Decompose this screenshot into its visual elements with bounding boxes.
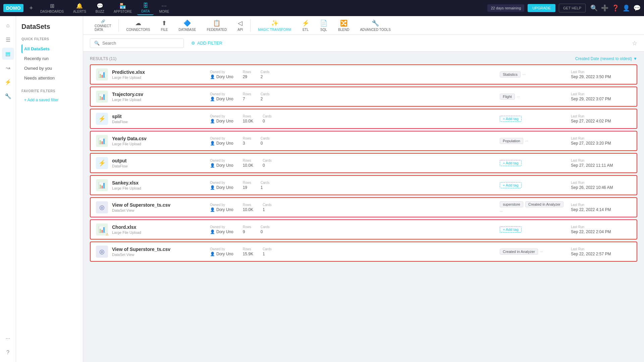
filter-needs-attention[interactable]: Needs attention	[21, 73, 77, 83]
last-run: Last Run Sep 22, 2022 2:57 PM	[571, 247, 631, 256]
toolbar-etl[interactable]: ⚡ ETL	[297, 17, 314, 34]
tag-flight[interactable]: Flight	[500, 94, 515, 100]
results-area: RESULTS (11) Created Date (newest to old…	[83, 52, 644, 362]
tags-area: Statistics ···	[500, 71, 567, 77]
owner-value: 👤Dory Uno	[210, 229, 233, 234]
advanced-tools-label: ADVANCED TOOLS	[360, 28, 390, 32]
add-filter-button[interactable]: ⚙ ADD FILTER	[188, 39, 226, 48]
add-filter-label: ADD FILTER	[197, 41, 222, 46]
warning-icon: ⚠	[106, 232, 109, 236]
add-saved-filter-button[interactable]: + Add a saved filter	[21, 96, 77, 104]
toolbar-federated[interactable]: 📋 FEDERATED	[202, 17, 231, 34]
tags-area: superstore Created in Analyzer ···	[500, 201, 567, 213]
favorite-star-icon[interactable]: ☆	[632, 40, 637, 47]
dataset-meta: Owned by 👤Dory Uno Rows 29 Cards 2	[210, 70, 496, 79]
dataset-row[interactable]: ◎ View of Superstore_ts.csv DataSet View…	[90, 197, 637, 217]
dataset-row[interactable]: ◎ View of Superstore_ts.csv DataSet View…	[90, 242, 637, 262]
owned-by-group: Owned by 👤Dory Uno	[210, 137, 233, 146]
sidebar-icon-data[interactable]: ▤	[2, 48, 14, 60]
dataset-row[interactable]: 📊 Trajectory.csv Large File Upload Owned…	[90, 87, 637, 107]
tag-superstore[interactable]: superstore	[500, 201, 523, 207]
nav-item-buzz[interactable]: 💬 BUZZ	[92, 1, 108, 15]
dataset-row[interactable]: 📊 Sankey.xlsx Large File Upload Owned by…	[90, 175, 637, 195]
nav-item-appstore[interactable]: 🏪 APPSTORE	[110, 1, 136, 15]
dataset-row[interactable]: ⚡ split DataFlow Owned by 👤Dory Uno Rows…	[90, 109, 637, 129]
dataset-type: DataSet View	[112, 253, 206, 257]
dataset-row[interactable]: ⚡ output DataFlow Owned by 👤Dory Uno Row…	[90, 153, 637, 173]
user-avatar[interactable]: 👤	[623, 4, 630, 12]
search-box[interactable]: 🔍	[90, 38, 184, 48]
connect-data-button[interactable]: 🔗 CONNECTDATA	[90, 17, 116, 34]
sort-control[interactable]: Created Date (newest to oldest) ▼	[575, 56, 637, 61]
nav-item-dashboards[interactable]: ⊞ DASHBOARDS	[36, 1, 68, 15]
tag-population[interactable]: Population	[500, 138, 523, 144]
logo[interactable]: DOMO	[3, 4, 23, 12]
tag-statistics[interactable]: Statistics	[500, 71, 521, 77]
search-icon[interactable]: 🔍	[590, 4, 598, 12]
add-tag-button[interactable]: + Add tag	[500, 116, 522, 122]
owner-value: 👤Dory Uno	[210, 207, 233, 212]
connect-data-icon: 🔗	[101, 19, 105, 23]
tag-more-button[interactable]: ···	[523, 72, 526, 76]
dataset-info: Yearly Data.csv Large File Upload	[112, 136, 206, 146]
dataset-row[interactable]: 📊 ⚠ Chord.xlsx Large File Upload Owned b…	[90, 219, 637, 240]
add-icon[interactable]: ➕	[601, 4, 608, 12]
filter-owned-by-you[interactable]: Owned by you	[21, 64, 77, 73]
toolbar-api[interactable]: ◁ API	[233, 17, 248, 34]
sidebar-icon-pipeline[interactable]: ↝	[2, 62, 14, 74]
tag-more-button[interactable]: ···	[525, 139, 528, 143]
sidebar-icon-question[interactable]: ?	[2, 347, 14, 359]
toolbar-database[interactable]: 🔷 DATABASE	[174, 17, 201, 34]
filter-icon: ⚙	[191, 41, 195, 46]
sidebar-icon-more-dots[interactable]: ···	[2, 332, 14, 345]
toolbar-advanced-tools[interactable]: 🔧 ADVANCED TOOLS	[355, 17, 395, 34]
add-tag-button[interactable]: + Add tag	[500, 160, 522, 166]
tags-area: + Add tag	[500, 116, 567, 122]
tag-created-in-analyzer-2[interactable]: Created in Analyzer	[500, 249, 538, 255]
nav-item-more[interactable]: ⋯ MORE	[155, 1, 173, 15]
rows-value: 10.0K	[243, 163, 253, 168]
filter-all-datasets[interactable]: All DataSets	[21, 44, 77, 53]
tag-created-in-analyzer[interactable]: Created in Analyzer	[525, 201, 564, 207]
help-icon[interactable]: ❓	[612, 4, 619, 12]
add-tag-button[interactable]: + Add tag	[500, 226, 522, 232]
last-run-value: Sep 22, 2022 2:04 PM	[571, 229, 631, 234]
notifications-icon[interactable]: 💬	[633, 4, 641, 12]
sidebar-icon-connector[interactable]: ⚡	[2, 76, 14, 88]
plus-button[interactable]: +	[28, 5, 35, 12]
last-run: Last Run Sep 26, 2022 10:46 AM	[571, 181, 631, 190]
rows-label: Rows	[243, 159, 253, 162]
upgrade-button[interactable]: UPGRADE	[528, 4, 555, 12]
filter-recently-run[interactable]: Recently run	[21, 54, 77, 63]
dataset-info: Chord.xlsx Large File Upload	[112, 224, 206, 235]
toolbar-blend[interactable]: 🔀 BLEND	[333, 17, 354, 34]
owned-by-group: Owned by 👤Dory Uno	[210, 70, 233, 79]
dataset-row[interactable]: 📊 Yearly Data.csv Large File Upload Owne…	[90, 131, 637, 151]
dataset-name: output	[112, 158, 206, 163]
tag-more-button[interactable]: ···	[500, 209, 503, 213]
sidebar-icon-menu[interactable]: ☰	[2, 34, 14, 46]
get-help-button[interactable]: GET HELP	[559, 4, 586, 12]
alerts-icon: 🔔	[76, 3, 83, 9]
last-run-value: Sep 29, 2022 3:50 PM	[571, 74, 631, 79]
toolbar-magic-transform[interactable]: ✨ MAGIC TRANSFORM	[253, 17, 296, 34]
dataset-meta: Owned by 👤Dory Uno Rows 10.0K Cards 0	[210, 114, 496, 123]
tag-more-button[interactable]: ···	[517, 95, 520, 99]
sidebar-icon-home[interactable]: ⌂	[2, 19, 14, 32]
owned-by-label: Owned by	[210, 247, 233, 251]
user-icon: 👤	[210, 163, 215, 168]
add-tag-button[interactable]: + Add tag	[500, 182, 522, 188]
toolbar-sql[interactable]: 📄 SQL	[315, 17, 332, 34]
dataset-row[interactable]: 📊 Predictive.xlsx Large File Upload Owne…	[90, 64, 637, 85]
search-input[interactable]	[102, 41, 169, 46]
nav-label-more: MORE	[159, 10, 169, 13]
tag-more-button[interactable]: ···	[540, 250, 543, 254]
toolbar-connectors[interactable]: ☁ CONNECTORS	[121, 17, 155, 34]
sidebar-icon-tools[interactable]: 🔧	[2, 90, 14, 102]
last-run-value: Sep 27, 2022 11:11 AM	[571, 163, 631, 168]
appstore-icon: 🏪	[119, 3, 126, 9]
last-run-value: Sep 27, 2022 4:02 PM	[571, 119, 631, 123]
nav-item-alerts[interactable]: 🔔 ALERTS	[69, 1, 90, 15]
toolbar-file[interactable]: ⬆ FILE	[156, 17, 172, 34]
nav-item-data[interactable]: 🗄 DATA	[137, 1, 154, 15]
